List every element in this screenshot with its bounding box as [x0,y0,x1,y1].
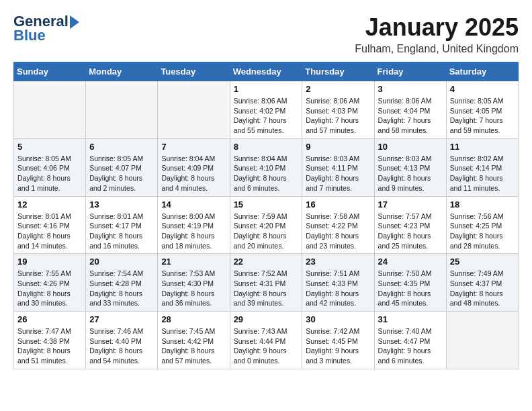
day-number: 22 [234,257,299,267]
calendar-cell: 26Sunrise: 7:47 AM Sunset: 4:38 PM Dayli… [14,312,86,369]
calendar-cell: 5Sunrise: 8:05 AM Sunset: 4:06 PM Daylig… [14,138,86,196]
calendar-cell: 27Sunrise: 7:46 AM Sunset: 4:40 PM Dayli… [86,312,158,369]
col-sunday: Sunday [14,62,86,81]
calendar-cell: 19Sunrise: 7:55 AM Sunset: 4:26 PM Dayli… [14,254,86,312]
day-number: 31 [378,314,443,324]
day-number: 18 [450,199,515,210]
day-number: 27 [89,314,154,324]
day-number: 19 [17,257,82,267]
day-number: 13 [89,199,154,210]
col-saturday: Saturday [446,62,518,81]
calendar-cell: 17Sunrise: 7:57 AM Sunset: 4:23 PM Dayli… [374,196,446,254]
day-info: Sunrise: 8:04 AM Sunset: 4:10 PM Dayligh… [234,154,299,193]
calendar-cell: 1Sunrise: 8:06 AM Sunset: 4:02 PM Daylig… [230,81,302,139]
day-number: 8 [234,142,299,152]
calendar-cell: 28Sunrise: 7:45 AM Sunset: 4:42 PM Dayli… [158,312,230,369]
calendar-week-4: 19Sunrise: 7:55 AM Sunset: 4:26 PM Dayli… [14,254,519,312]
day-number: 23 [306,257,370,267]
day-info: Sunrise: 8:03 AM Sunset: 4:13 PM Dayligh… [378,154,443,193]
calendar-cell: 18Sunrise: 7:56 AM Sunset: 4:25 PM Dayli… [446,196,518,254]
day-number: 3 [378,84,443,94]
calendar-cell: 11Sunrise: 8:02 AM Sunset: 4:14 PM Dayli… [446,138,518,196]
col-friday: Friday [374,62,446,81]
day-info: Sunrise: 8:05 AM Sunset: 4:07 PM Dayligh… [89,154,154,193]
day-number: 1 [234,84,299,94]
calendar-cell: 13Sunrise: 8:01 AM Sunset: 4:17 PM Dayli… [86,196,158,254]
calendar-cell: 12Sunrise: 8:01 AM Sunset: 4:16 PM Dayli… [14,196,86,254]
day-number: 28 [161,314,226,324]
day-number: 21 [161,257,226,267]
day-number: 30 [306,314,370,324]
day-number: 24 [378,257,443,267]
calendar-cell [158,81,230,139]
calendar-cell [446,312,518,369]
calendar-cell: 23Sunrise: 7:51 AM Sunset: 4:33 PM Dayli… [302,254,374,312]
day-info: Sunrise: 7:51 AM Sunset: 4:33 PM Dayligh… [306,269,370,308]
day-number: 5 [17,142,82,152]
calendar-cell [14,81,86,139]
day-number: 2 [306,84,370,94]
calendar-cell: 14Sunrise: 8:00 AM Sunset: 4:19 PM Dayli… [158,196,230,254]
day-number: 17 [378,199,443,210]
day-number: 26 [17,314,82,324]
day-number: 14 [161,199,226,210]
day-info: Sunrise: 8:05 AM Sunset: 4:05 PM Dayligh… [450,96,515,136]
calendar-table: Sunday Monday Tuesday Wednesday Thursday… [13,62,519,369]
day-info: Sunrise: 8:02 AM Sunset: 4:14 PM Dayligh… [450,154,515,193]
day-info: Sunrise: 7:43 AM Sunset: 4:44 PM Dayligh… [234,326,299,366]
day-number: 4 [450,84,515,94]
day-info: Sunrise: 7:50 AM Sunset: 4:35 PM Dayligh… [378,269,443,308]
day-number: 10 [378,142,443,152]
title-area: January 2025 Fulham, England, United Kin… [355,13,519,55]
day-number: 29 [234,314,299,324]
calendar-cell: 9Sunrise: 8:03 AM Sunset: 4:11 PM Daylig… [302,138,374,196]
calendar-subtitle: Fulham, England, United Kingdom [355,43,519,55]
calendar-cell: 29Sunrise: 7:43 AM Sunset: 4:44 PM Dayli… [230,312,302,369]
header-row: Sunday Monday Tuesday Wednesday Thursday… [14,62,519,81]
calendar-week-1: 1Sunrise: 8:06 AM Sunset: 4:02 PM Daylig… [14,81,519,139]
calendar-cell: 15Sunrise: 7:59 AM Sunset: 4:20 PM Dayli… [230,196,302,254]
calendar-cell: 8Sunrise: 8:04 AM Sunset: 4:10 PM Daylig… [230,138,302,196]
day-number: 16 [306,199,370,210]
day-info: Sunrise: 8:04 AM Sunset: 4:09 PM Dayligh… [161,154,226,193]
day-info: Sunrise: 8:06 AM Sunset: 4:04 PM Dayligh… [378,96,443,136]
calendar-cell: 24Sunrise: 7:50 AM Sunset: 4:35 PM Dayli… [374,254,446,312]
calendar-week-3: 12Sunrise: 8:01 AM Sunset: 4:16 PM Dayli… [14,196,519,254]
col-tuesday: Tuesday [158,62,230,81]
day-info: Sunrise: 7:56 AM Sunset: 4:25 PM Dayligh… [450,212,515,251]
calendar-week-2: 5Sunrise: 8:05 AM Sunset: 4:06 PM Daylig… [14,138,519,196]
calendar-cell: 2Sunrise: 8:06 AM Sunset: 4:03 PM Daylig… [302,81,374,139]
day-info: Sunrise: 8:01 AM Sunset: 4:16 PM Dayligh… [17,212,82,251]
day-number: 20 [89,257,154,267]
day-info: Sunrise: 8:05 AM Sunset: 4:06 PM Dayligh… [17,154,82,193]
day-info: Sunrise: 8:06 AM Sunset: 4:02 PM Dayligh… [234,96,299,136]
day-info: Sunrise: 7:59 AM Sunset: 4:20 PM Dayligh… [234,212,299,251]
day-info: Sunrise: 7:52 AM Sunset: 4:31 PM Dayligh… [234,269,299,308]
col-thursday: Thursday [302,62,374,81]
calendar-cell: 3Sunrise: 8:06 AM Sunset: 4:04 PM Daylig… [374,81,446,139]
calendar-cell: 22Sunrise: 7:52 AM Sunset: 4:31 PM Dayli… [230,254,302,312]
col-monday: Monday [86,62,158,81]
day-info: Sunrise: 7:45 AM Sunset: 4:42 PM Dayligh… [161,326,226,366]
calendar-cell: 21Sunrise: 7:53 AM Sunset: 4:30 PM Dayli… [158,254,230,312]
day-number: 25 [450,257,515,267]
day-info: Sunrise: 7:42 AM Sunset: 4:45 PM Dayligh… [306,326,370,366]
calendar-cell: 30Sunrise: 7:42 AM Sunset: 4:45 PM Dayli… [302,312,374,369]
calendar-cell: 7Sunrise: 8:04 AM Sunset: 4:09 PM Daylig… [158,138,230,196]
day-info: Sunrise: 7:57 AM Sunset: 4:23 PM Dayligh… [378,212,443,251]
day-info: Sunrise: 7:47 AM Sunset: 4:38 PM Dayligh… [17,326,82,366]
logo-blue: Blue [13,27,46,44]
calendar-week-5: 26Sunrise: 7:47 AM Sunset: 4:38 PM Dayli… [14,312,519,369]
day-info: Sunrise: 7:58 AM Sunset: 4:22 PM Dayligh… [306,212,370,251]
calendar-cell: 4Sunrise: 8:05 AM Sunset: 4:05 PM Daylig… [446,81,518,139]
day-info: Sunrise: 7:54 AM Sunset: 4:28 PM Dayligh… [89,269,154,308]
day-info: Sunrise: 8:03 AM Sunset: 4:11 PM Dayligh… [306,154,370,193]
day-info: Sunrise: 8:06 AM Sunset: 4:03 PM Dayligh… [306,96,370,136]
day-info: Sunrise: 7:49 AM Sunset: 4:37 PM Dayligh… [450,269,515,308]
day-number: 9 [306,142,370,152]
calendar-cell: 6Sunrise: 8:05 AM Sunset: 4:07 PM Daylig… [86,138,158,196]
day-number: 6 [89,142,154,152]
day-info: Sunrise: 7:40 AM Sunset: 4:47 PM Dayligh… [378,326,443,366]
calendar-cell: 20Sunrise: 7:54 AM Sunset: 4:28 PM Dayli… [86,254,158,312]
logo: General Blue [13,13,79,44]
